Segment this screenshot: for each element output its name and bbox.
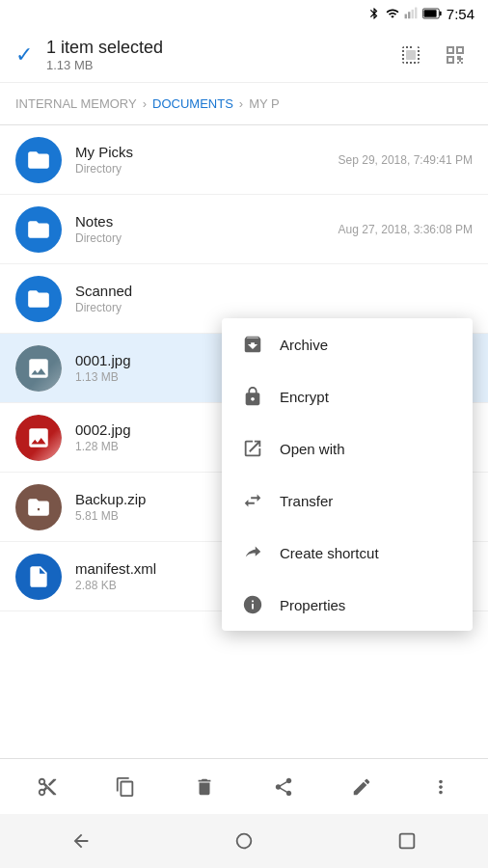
properties-label: Properties — [280, 597, 345, 613]
open-with-icon — [241, 437, 264, 460]
encrypt-label: Encrypt — [280, 389, 329, 405]
transfer-label: Transfer — [280, 493, 333, 509]
archive-label: Archive — [280, 337, 328, 353]
encrypt-menu-item[interactable]: Encrypt — [222, 370, 473, 422]
create-shortcut-label: Create shortcut — [280, 545, 379, 561]
archive-icon — [241, 333, 264, 356]
create-shortcut-menu-item[interactable]: Create shortcut — [222, 527, 473, 579]
lock-icon — [241, 385, 264, 408]
transfer-menu-item[interactable]: Transfer — [222, 475, 473, 527]
info-icon — [241, 593, 264, 616]
open-with-label: Open with — [280, 441, 345, 457]
archive-menu-item[interactable]: Archive — [222, 318, 473, 370]
properties-menu-item[interactable]: Properties — [222, 579, 473, 631]
shortcut-icon — [241, 541, 264, 564]
open-with-menu-item[interactable]: Open with — [222, 422, 473, 475]
context-menu: Archive Encrypt Open with Transfer Creat — [222, 318, 473, 631]
transfer-icon — [241, 489, 264, 512]
context-menu-overlay[interactable]: Archive Encrypt Open with Transfer Creat — [0, 0, 488, 868]
